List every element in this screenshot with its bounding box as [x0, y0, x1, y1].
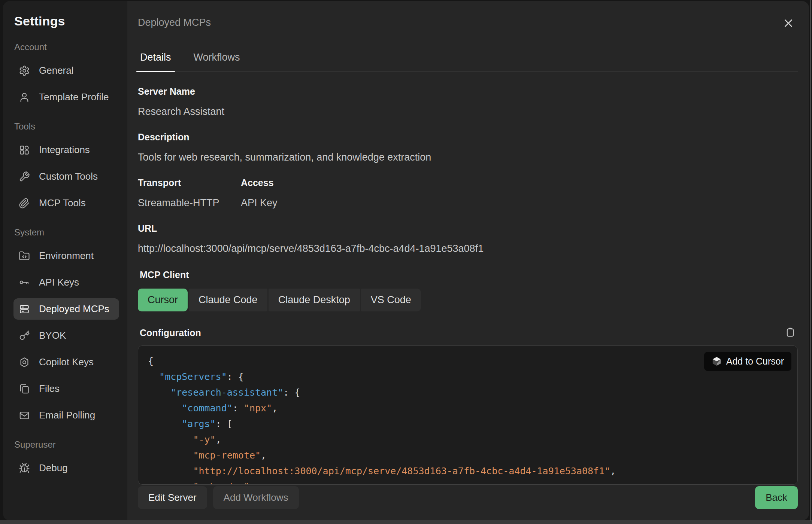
settings-dialog: Settings Account General Template Profil…	[3, 1, 809, 520]
panel-header: Deployed MCPs	[138, 1, 798, 31]
sidebar-title: Settings	[14, 14, 119, 28]
sidebar-item-label: Custom Tools	[39, 171, 98, 182]
access-label: Access	[241, 177, 278, 188]
sidebar-item-custom-tools[interactable]: Custom Tools	[13, 166, 119, 187]
sidebar-item-label: General	[39, 65, 74, 76]
client-claude-code-button[interactable]: Claude Code	[189, 289, 267, 311]
url-label: URL	[138, 223, 798, 234]
sidebar-item-general[interactable]: General	[13, 60, 119, 81]
code-line: {	[148, 353, 788, 369]
code-line: "mcpServers": {	[148, 369, 788, 385]
user-icon	[19, 92, 30, 103]
client-claude-desktop-button[interactable]: Claude Desktop	[269, 289, 360, 311]
tab-details-label: Details	[140, 52, 171, 63]
server-name-field: Server Name Research Assistant	[138, 86, 798, 118]
description-label: Description	[138, 132, 798, 143]
url-field: URL http://localhost:3000/api/mcp/serve/…	[138, 223, 798, 255]
bug-icon	[19, 463, 30, 474]
copy-pages-icon	[19, 383, 30, 394]
add-to-cursor-label: Add to Cursor	[726, 356, 784, 367]
transport-label: Transport	[138, 177, 241, 188]
sidebar-item-integrations[interactable]: Integrations	[13, 139, 119, 161]
settings-sidebar: Settings Account General Template Profil…	[3, 1, 127, 520]
back-button[interactable]: Back	[755, 486, 798, 509]
sidebar-item-label: Deployed MCPs	[39, 303, 109, 315]
edit-server-button[interactable]: Edit Server	[138, 486, 207, 509]
sidebar-item-copilot-keys[interactable]: Copilot Keys	[13, 351, 119, 373]
tab-workflows[interactable]: Workflows	[192, 49, 242, 71]
section-label-system: System	[14, 227, 119, 238]
tab-details[interactable]: Details	[139, 49, 173, 71]
sidebar-item-debug[interactable]: Debug	[13, 457, 119, 479]
mcp-client-label: MCP Client	[140, 269, 798, 280]
sidebar-item-label: Template Profile	[39, 91, 109, 103]
sidebar-item-template-profile[interactable]: Template Profile	[13, 86, 119, 108]
access-value: API Key	[241, 197, 278, 209]
sidebar-item-label: BYOK	[39, 330, 66, 341]
configuration-label: Configuration	[140, 328, 201, 338]
configuration-header-row: Configuration	[138, 326, 798, 339]
code-line: "command": "npx",	[148, 400, 788, 416]
sidebar-item-label: Environment	[39, 250, 94, 262]
description-field: Description Tools for web research, summ…	[138, 132, 798, 163]
sidebar-item-label: MCP Tools	[39, 197, 86, 209]
access-field: Access API Key	[241, 177, 278, 209]
sidebar-item-deployed-mcps[interactable]: Deployed MCPs	[13, 298, 119, 320]
mcp-client-switcher: Cursor Claude Code Claude Desktop VS Cod…	[138, 289, 798, 311]
sidebar-item-files[interactable]: Files	[13, 378, 119, 399]
copy-configuration-button[interactable]	[784, 326, 796, 339]
section-label-superuser: Superuser	[14, 439, 119, 450]
code-line: "http://localhost:3000/api/mcp/serve/485…	[148, 463, 788, 479]
background-page-scrollbar[interactable]	[810, 0, 811, 521]
code-line: "args": [	[148, 416, 788, 432]
transport-access-row: Transport Streamable-HTTP Access API Key	[138, 163, 798, 209]
hex-nut-icon	[19, 357, 30, 368]
url-value: http://localhost:3000/api/mcp/serve/4853…	[138, 243, 798, 255]
sidebar-item-api-keys[interactable]: API Keys	[13, 272, 119, 293]
sidebar-item-label: Integrations	[39, 144, 90, 156]
sidebar-item-label: Email Polling	[39, 409, 95, 421]
close-button[interactable]	[781, 16, 796, 31]
sidebar-item-label: Debug	[39, 462, 68, 474]
code-line: "research-assistant": {	[148, 385, 788, 400]
transport-value: Streamable-HTTP	[138, 197, 241, 209]
key-icon	[19, 277, 30, 288]
diagonal-key-icon	[19, 330, 30, 341]
client-cursor-button[interactable]: Cursor	[138, 289, 188, 311]
code-line: "--header"	[148, 479, 788, 485]
paperclip-icon	[19, 198, 30, 209]
deployed-mcps-panel: Deployed MCPs Details Workflows Server N…	[127, 1, 809, 520]
sidebar-item-label: Copilot Keys	[39, 356, 94, 368]
transport-field: Transport Streamable-HTTP	[138, 177, 241, 209]
x-icon	[783, 18, 794, 29]
apps-icon	[19, 144, 30, 156]
code-line: "-y",	[148, 432, 788, 448]
sidebar-item-environment[interactable]: Environment	[13, 245, 119, 266]
section-label-account: Account	[14, 42, 119, 52]
tabs: Details Workflows	[138, 49, 798, 72]
section-label-tools: Tools	[14, 121, 119, 132]
panel-footer: Edit Server Add Workflows Back	[138, 486, 798, 520]
tab-workflows-label: Workflows	[194, 52, 240, 63]
add-workflows-button[interactable]: Add Workflows	[213, 486, 299, 509]
sidebar-item-mcp-tools[interactable]: MCP Tools	[13, 192, 119, 214]
background-page-bottom-strip	[0, 520, 812, 524]
sidebar-item-email-polling[interactable]: Email Polling	[13, 405, 119, 426]
panel-title: Deployed MCPs	[138, 17, 211, 28]
client-vs-code-button[interactable]: VS Code	[361, 289, 421, 311]
code-content: { "mcpServers": { "research-assistant": …	[148, 353, 788, 485]
wrench-icon	[19, 171, 30, 182]
sidebar-item-label: Files	[39, 383, 60, 394]
cursor-cube-icon	[712, 356, 722, 366]
add-to-cursor-button[interactable]: Add to Cursor	[704, 352, 791, 371]
gear-icon	[19, 65, 30, 76]
envelope-icon	[19, 410, 30, 421]
server-name-value: Research Assistant	[138, 106, 798, 118]
clipboard-icon	[785, 327, 796, 338]
configuration-code-block: { "mcpServers": { "research-assistant": …	[138, 345, 798, 485]
server-stack-icon	[19, 304, 30, 315]
description-value: Tools for web research, summarization, a…	[138, 152, 798, 163]
sidebar-item-byok[interactable]: BYOK	[13, 325, 119, 346]
sidebar-item-label: API Keys	[39, 277, 79, 288]
code-line: "mcp-remote",	[148, 448, 788, 463]
